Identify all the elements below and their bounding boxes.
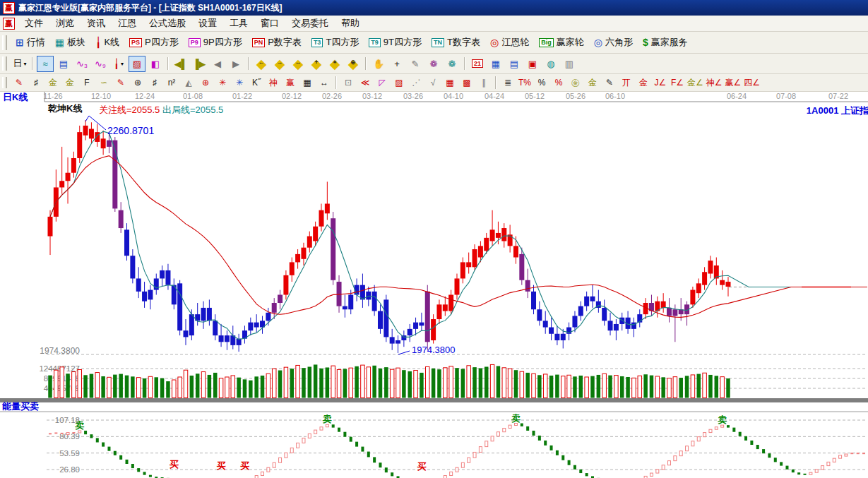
go-first-button[interactable]: ◀▌: [172, 56, 189, 72]
pane-divider[interactable]: [0, 398, 868, 402]
quote-button[interactable]: ⊞行情: [11, 34, 50, 51]
sector-button[interactable]: ▦板块: [50, 34, 90, 51]
gann-circle-tool[interactable]: ⊕: [198, 76, 213, 90]
kline-chart[interactable]: 11-2612-1012-2401-0801-2202-1202-2603-12…: [0, 92, 868, 478]
ray-fan-tool[interactable]: ≪: [357, 76, 373, 90]
gann-brain-teal-button[interactable]: ❁: [444, 56, 460, 72]
next-button[interactable]: ▶: [227, 56, 244, 72]
color-volume-button[interactable]: ◧: [147, 56, 164, 72]
t-number-button[interactable]: TNT数字表: [427, 34, 485, 51]
indicator-title[interactable]: 能量买卖: [2, 401, 39, 412]
window-box-tool[interactable]: ⊡: [340, 76, 356, 90]
n-square-tool[interactable]: n²: [164, 76, 179, 90]
red-grid2-tool[interactable]: ▩: [459, 76, 475, 90]
bars-tool[interactable]: ≣: [500, 76, 516, 90]
menu-item-formula-picker[interactable]: 公式选股: [143, 17, 192, 30]
diamond-shrink-button[interactable]: ◆←: [253, 56, 270, 72]
t9-square-button[interactable]: T99T四方形: [364, 34, 427, 51]
percent-tool[interactable]: %: [534, 76, 549, 90]
save-button[interactable]: ▣: [524, 56, 541, 72]
golden-section-tool[interactable]: 金: [45, 76, 61, 90]
gann-wheel-button[interactable]: ◎江恩轮: [485, 34, 534, 51]
calculator-button[interactable]: ▦: [487, 56, 504, 72]
red-grid-tool[interactable]: ▦: [442, 76, 458, 90]
wave-3-button[interactable]: ∿₃: [73, 56, 90, 72]
menu-item-tools[interactable]: 工具: [223, 17, 254, 30]
gold-circle-tool[interactable]: ㊎: [568, 76, 583, 90]
slash-tool[interactable]: ∥: [476, 76, 492, 90]
time-ruler-tool[interactable]: ♯: [147, 76, 162, 90]
number-grid-tool[interactable]: ▦: [299, 76, 315, 90]
period-day-dropdown[interactable]: 日▾: [11, 56, 28, 72]
pen-one-tool[interactable]: ✎: [602, 76, 617, 90]
check-wave-tool[interactable]: √: [425, 76, 441, 90]
open-line-tool[interactable]: 丌: [619, 76, 634, 90]
info-view-button[interactable]: ▤: [55, 56, 72, 72]
web-export-button[interactable]: ◍: [542, 56, 559, 72]
ying-angle-tool[interactable]: 赢∠: [725, 76, 742, 90]
menu-item-gann[interactable]: 江恩: [112, 17, 143, 30]
calendar-button-icon: 21: [472, 59, 483, 68]
spiral-tool[interactable]: ∽: [96, 76, 112, 90]
fib-tool[interactable]: F: [79, 76, 95, 90]
hexagon-button[interactable]: ◎六角形: [589, 34, 638, 51]
shen-grid-tool[interactable]: 神: [266, 76, 281, 90]
kline-style-dropdown[interactable]: ╽▾: [110, 56, 127, 72]
p-number-button[interactable]: PNP数字表: [247, 34, 307, 51]
menu-item-trade[interactable]: 交易委托: [285, 17, 335, 30]
calendar-button[interactable]: 21: [469, 56, 486, 72]
pattern-mark-button[interactable]: ▨: [129, 56, 145, 72]
report-button[interactable]: ▤: [506, 56, 523, 72]
gold-line-tool[interactable]: 金: [585, 76, 600, 90]
trend-lines-tool[interactable]: ⋰: [408, 76, 424, 90]
diamond-star-button[interactable]: ◆✶: [326, 56, 343, 72]
menu-item-browse[interactable]: 浏览: [49, 17, 81, 30]
cycle-circle-tool[interactable]: ⊕: [130, 76, 145, 90]
period-tab[interactable]: 日K线: [3, 92, 28, 102]
fan-grid-tool[interactable]: ◸: [374, 76, 390, 90]
menu-item-file[interactable]: 文件: [18, 17, 49, 30]
menu-item-help[interactable]: 帮助: [335, 17, 366, 30]
draw-note-button[interactable]: ✎: [407, 56, 424, 72]
kline-button[interactable]: ╽K线: [90, 34, 124, 51]
diamond-full-button[interactable]: ◆⊕: [345, 56, 362, 72]
width-measure-tool[interactable]: ↔: [316, 76, 332, 90]
diamond-compress-button[interactable]: ◆+: [308, 56, 325, 72]
wave-9-button[interactable]: ∿₉: [92, 56, 109, 72]
prev-button[interactable]: ◀: [209, 56, 226, 72]
k-mark-tool[interactable]: K˝: [249, 76, 264, 90]
si-angle-tool[interactable]: 四∠: [743, 76, 761, 90]
p9-square-button[interactable]: P99P四方形: [184, 34, 247, 51]
percent-t-tool[interactable]: T%: [517, 76, 533, 90]
shade-box-tool[interactable]: ▨: [391, 76, 407, 90]
winner-wheel-button[interactable]: Big赢家轮: [534, 34, 589, 51]
spiderweb-blue-tool[interactable]: ✳: [232, 76, 247, 90]
menu-item-news[interactable]: 资讯: [81, 17, 112, 30]
diamond-hfit-button[interactable]: ◆↔: [290, 56, 307, 72]
shen-angle-tool[interactable]: 神∠: [706, 76, 723, 90]
pen-tool[interactable]: ✎: [113, 76, 129, 90]
golden-ratio-tool[interactable]: 金: [62, 76, 78, 90]
j-angle-tool[interactable]: J∠: [653, 76, 668, 90]
go-last-button[interactable]: ▐▶: [191, 56, 208, 72]
spiderweb-tool[interactable]: ✳: [215, 76, 230, 90]
menu-item-settings[interactable]: 设置: [192, 17, 223, 30]
winner-service-button[interactable]: $赢家服务: [638, 34, 693, 51]
gann-brain-purple-button[interactable]: ❁: [425, 56, 442, 72]
f-angle-tool[interactable]: F∠: [670, 76, 685, 90]
angle-tool[interactable]: ◭: [181, 76, 196, 90]
qiankun-kline-toggle[interactable]: ≈: [37, 56, 54, 72]
brush-tool[interactable]: ✎: [11, 76, 27, 90]
t-square-button[interactable]: T3T四方形: [307, 34, 364, 51]
gold-angle2-tool[interactable]: 金∠: [686, 76, 704, 90]
hand-tool-button[interactable]: ✋: [370, 56, 387, 72]
gann-ruler-tool[interactable]: ♯: [28, 76, 44, 90]
menu-item-window[interactable]: 窗口: [254, 17, 285, 30]
gold-angle-tool[interactable]: 金: [636, 76, 651, 90]
ying-grid-tool[interactable]: 赢: [283, 76, 298, 90]
diamond-expand-button[interactable]: ◆→: [271, 56, 288, 72]
p-square-button[interactable]: PSP四方形: [124, 34, 184, 51]
percent-line-tool[interactable]: %: [551, 76, 566, 90]
print-button[interactable]: ▥: [561, 56, 578, 72]
crosshair-tool-button[interactable]: +: [388, 56, 405, 72]
